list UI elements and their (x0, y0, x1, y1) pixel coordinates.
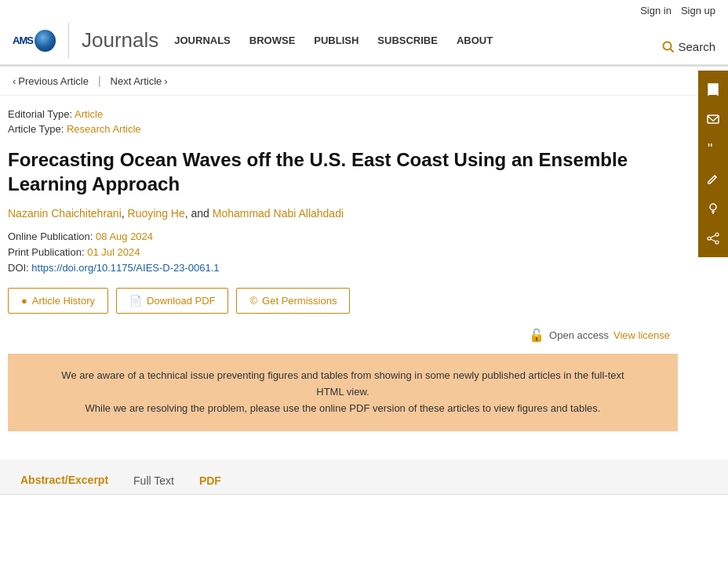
notice-line2: HTML view. (316, 386, 369, 398)
svg-point-5 (710, 204, 716, 210)
globe-icon (35, 30, 56, 52)
print-pub-date-val: 01 Jul 2024 (87, 246, 140, 258)
view-license-link[interactable]: View license (613, 329, 670, 341)
copyright-icon: © (249, 295, 257, 307)
nav-separator: | (98, 74, 101, 87)
search-label[interactable]: Search (678, 40, 715, 53)
notice-banner: We are aware of a technical issue preven… (8, 354, 678, 430)
nav-journals[interactable]: JOURNALS (174, 35, 231, 46)
article-navigation: ‹ Previous Article | Next Article › (0, 67, 728, 96)
next-article-btn[interactable]: Next Article › (111, 75, 168, 87)
article-history-label: Article History (32, 295, 95, 307)
notice-line3: While we are resolving the problem, plea… (86, 402, 601, 414)
quote-sidebar-button[interactable]: " (699, 135, 727, 163)
email-sidebar-button[interactable] (699, 105, 727, 133)
svg-point-0 (664, 42, 672, 49)
chevron-left-icon: ‹ (13, 75, 16, 87)
previous-article-label[interactable]: Previous Article (18, 75, 89, 87)
main-content: Editorial Type: Article Article Type: Re… (0, 96, 690, 460)
tab-pdf[interactable]: PDF (187, 467, 234, 494)
get-permissions-label: Get Permissions (262, 295, 337, 307)
authors-list: Nazanin Chaichitehrani, Ruoying He, and … (8, 207, 678, 220)
share-sidebar-button[interactable] (699, 224, 727, 252)
tab-bar: Abstract/Excerpt Full Text PDF (0, 460, 728, 495)
get-permissions-button[interactable]: © Get Permissions (236, 288, 350, 314)
open-access-text: Open access (549, 329, 609, 341)
nav-browse[interactable]: BROWSE (249, 35, 296, 46)
bulb-icon (706, 202, 720, 216)
pdf-icon: 📄 (129, 295, 142, 307)
article-history-button[interactable]: ● Article History (8, 288, 108, 314)
svg-rect-3 (708, 115, 719, 123)
open-access-row: 🔓 Open access View license (8, 328, 678, 343)
author-1[interactable]: Nazanin Chaichitehrani (8, 207, 122, 220)
editorial-type-row: Editorial Type: Article (8, 108, 678, 120)
ams-logo[interactable]: AMS (13, 23, 56, 58)
main-nav-links: JOURNALS BROWSE PUBLISH SUBSCRIBE ABOUT (174, 35, 493, 46)
online-pub-row: Online Publication: 08 Aug 2024 (8, 231, 678, 242)
logo-area: AMS (13, 23, 69, 58)
print-pub-row: Print Publication: 01 Jul 2024 (8, 246, 678, 258)
quote-icon: " (706, 142, 720, 156)
svg-point-8 (715, 241, 719, 244)
right-sidebar: " (698, 71, 728, 257)
doi-label: DOI: (8, 262, 29, 274)
download-pdf-button[interactable]: 📄 Download PDF (116, 288, 228, 314)
editorial-type-value[interactable]: Article (75, 108, 103, 120)
article-type-value[interactable]: Research Article (67, 123, 141, 135)
clock-icon: ● (21, 295, 27, 307)
share-icon (706, 231, 720, 245)
next-article-label[interactable]: Next Article (111, 75, 162, 87)
sign-in-link[interactable]: Sign in (640, 5, 672, 16)
previous-article-btn[interactable]: ‹ Previous Article (13, 75, 89, 87)
svg-text:": " (708, 142, 712, 156)
search-icon (662, 41, 675, 53)
search-area[interactable]: Search (662, 40, 715, 53)
print-pub-label: Print Publication: (8, 246, 85, 258)
article-title: Forecasting Ocean Waves off the U.S. Eas… (8, 147, 659, 196)
bookmark-icon (706, 82, 720, 96)
journals-title[interactable]: Journals (82, 28, 158, 53)
online-pub-date: 08 Aug 2024 (96, 231, 153, 242)
svg-line-9 (711, 235, 715, 238)
nav-subscribe[interactable]: SUBSCRIBE (377, 35, 438, 46)
svg-line-1 (671, 49, 674, 52)
editorial-type-label: Editorial Type: (8, 108, 72, 120)
article-type-label: Article Type: (8, 123, 64, 135)
action-buttons-row: ● Article History 📄 Download PDF © Get P… (8, 288, 678, 314)
tab-fulltext[interactable]: Full Text (121, 467, 187, 494)
main-nav: AMS Journals JOURNALS BROWSE PUBLISH SUB… (0, 16, 728, 65)
svg-line-10 (711, 239, 715, 242)
recommend-sidebar-button[interactable] (699, 194, 727, 223)
doi-link[interactable]: https://doi.org/10.1175/AIES-D-23-0061.1 (31, 262, 219, 274)
author-3[interactable]: Mohammad Nabi Allahdadi (213, 207, 344, 220)
annotate-sidebar-button[interactable] (699, 165, 727, 193)
save-sidebar-button[interactable] (699, 75, 727, 104)
chevron-right-icon: › (164, 75, 167, 87)
notice-line1: We are aware of a technical issue preven… (61, 369, 624, 381)
nav-about[interactable]: ABOUT (457, 35, 493, 46)
article-type-row: Article Type: Research Article (8, 123, 678, 135)
sign-up-link[interactable]: Sign up (681, 5, 715, 16)
author-2[interactable]: Ruoying He (128, 207, 185, 220)
lock-icon: 🔓 (529, 328, 544, 343)
email-icon (706, 112, 720, 126)
svg-point-6 (715, 233, 719, 236)
svg-point-7 (708, 237, 711, 240)
auth-links-row: Sign in Sign up (0, 0, 728, 16)
pencil-icon (706, 172, 720, 186)
nav-publish[interactable]: PUBLISH (314, 35, 359, 46)
download-pdf-label: Download PDF (147, 295, 215, 307)
doi-row: DOI: https://doi.org/10.1175/AIES-D-23-0… (8, 262, 678, 274)
online-pub-label: Online Publication: (8, 231, 93, 242)
header: Sign in Sign up AMS Journals JOURNALS BR… (0, 0, 728, 67)
tab-abstract[interactable]: Abstract/Excerpt (8, 467, 121, 494)
